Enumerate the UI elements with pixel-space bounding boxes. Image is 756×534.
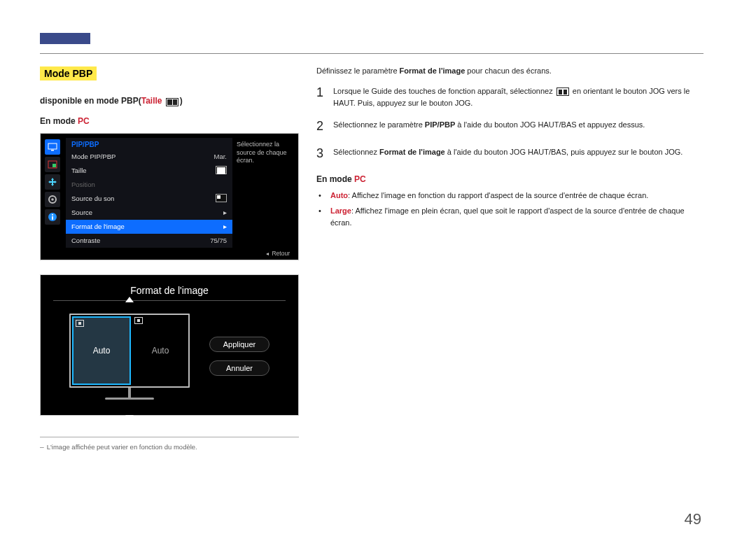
step3-c: à l'aide du bouton JOG HAUT/BAS, puis ap… — [445, 148, 683, 156]
footnote-text: L'image affichée peut varier en fonction… — [47, 443, 197, 451]
osd-row-label: Format de l'image — [71, 223, 223, 230]
bullet-auto-text: : Affichez l'image en fonction du rappor… — [348, 191, 648, 199]
header-divider — [40, 53, 704, 54]
arrow-up-icon[interactable] — [125, 297, 134, 302]
sound-source-icon — [216, 194, 227, 204]
osd-nav-rail — [45, 138, 63, 248]
bullet-dot-icon: • — [316, 190, 323, 202]
screen-left-half[interactable]: Auto — [72, 316, 131, 385]
osd-image-format-dialog: Format de l'image Auto Auto — [40, 274, 299, 416]
osd-row-taille[interactable]: Taille — [66, 164, 232, 178]
arrow-down-icon[interactable] — [125, 415, 134, 421]
osd-row-contrast[interactable]: Contraste 75/75 — [66, 234, 232, 248]
mode-prefix: En mode — [40, 116, 78, 126]
bullet-large-label: Large — [330, 206, 351, 215]
svg-rect-1 — [51, 150, 54, 151]
mode-pc: PC — [78, 116, 90, 126]
step2-a: Sélectionnez le paramètre — [333, 120, 425, 129]
section-title: Mode PBP — [40, 66, 97, 80]
osd-pip-pbp-menu: PIP/PBP Mode PIP/PBP Mar. Taille Positio… — [40, 133, 299, 260]
osd2-title: Format de l'image — [41, 275, 298, 300]
monitor-screen: Auto Auto — [69, 314, 190, 388]
screen-right-half[interactable]: Auto — [132, 315, 188, 386]
monitor-preview: Auto Auto — [69, 314, 190, 400]
step-3: 3 Sélectionnez Format de l'image à l'aid… — [316, 144, 705, 163]
back-label: Retour — [272, 250, 290, 257]
svg-rect-7 — [52, 216, 53, 220]
apply-button[interactable]: Appliquer — [209, 337, 270, 352]
osd-row-value: 75/75 — [210, 237, 227, 244]
footnote: ―L'image affichée peut varier en fonctio… — [40, 437, 299, 451]
subsection-availability: disponible en mode PBP(Taille ) — [40, 96, 299, 106]
pbp-size-icon — [164, 97, 180, 106]
osd-footer: ◂Retour — [45, 248, 294, 257]
nav-settings-icon[interactable] — [45, 192, 60, 207]
chevron-right-icon: ▸ — [223, 209, 227, 216]
mode-pc: PC — [354, 174, 366, 184]
nav-pip-icon[interactable] — [45, 157, 60, 172]
svg-rect-3 — [52, 164, 56, 167]
step1-a: Lorsque le Guide des touches de fonction… — [333, 87, 555, 95]
intro-paragraph: Définissez le paramètre Format de l'imag… — [316, 66, 705, 75]
footnote-dash-icon: ― — [40, 443, 44, 451]
osd-row-label: Contraste — [71, 237, 210, 244]
nav-position-icon[interactable] — [45, 174, 60, 190]
half-indicator-icon — [76, 320, 84, 327]
subtitle-prefix: disponible en mode PBP( — [40, 96, 141, 106]
step-number: 1 — [316, 83, 326, 108]
svg-point-5 — [51, 198, 54, 201]
osd-menu-list: PIP/PBP Mode PIP/PBP Mar. Taille Positio… — [66, 138, 232, 248]
right-column: Définissez le paramètre Format de l'imag… — [316, 66, 705, 232]
step-number: 3 — [316, 144, 326, 163]
step2-c: à l'aide du bouton JOG HAUT/BAS et appuy… — [455, 120, 645, 129]
monitor-base-icon — [105, 398, 154, 400]
svg-rect-8 — [52, 214, 53, 216]
screen-left-label: Auto — [93, 346, 111, 356]
header-accent-bar — [40, 33, 90, 44]
mode-prefix: En mode — [316, 174, 354, 184]
osd-row-label: Taille — [71, 167, 216, 174]
back-arrow-icon: ◂ — [266, 251, 269, 257]
step-2: 2 Sélectionnez le paramètre PIP/PBP à l'… — [316, 117, 705, 136]
osd-row-mode[interactable]: Mode PIP/PBP Mar. — [66, 150, 232, 164]
osd-row-label: Source — [71, 209, 223, 216]
nav-info-icon[interactable] — [45, 209, 60, 225]
dialog-buttons: Appliquer Annuler — [209, 337, 270, 376]
svg-rect-0 — [48, 143, 57, 149]
step-body: Sélectionnez le paramètre PIP/PBP à l'ai… — [333, 117, 705, 136]
step3-a: Sélectionnez — [333, 148, 379, 156]
left-column: Mode PBP disponible en mode PBP(Taille )… — [40, 66, 299, 451]
bullet-dot-icon: • — [316, 205, 323, 230]
nav-picture-icon[interactable] — [45, 139, 60, 155]
half-indicator-icon — [134, 317, 143, 324]
step-1: 1 Lorsque le Guide des touches de foncti… — [316, 83, 705, 108]
osd-row-source[interactable]: Source ▸ — [66, 206, 232, 220]
step-number: 2 — [316, 117, 326, 136]
menu-grid-icon — [556, 87, 569, 96]
chevron-right-icon: ▸ — [223, 223, 227, 230]
osd-row-image-format[interactable]: Format de l'image ▸ — [66, 220, 232, 234]
osd-row-sound-source[interactable]: Source du son — [66, 192, 232, 206]
pbp-layout-icon — [216, 166, 227, 176]
step2-b: PIP/PBP — [425, 120, 455, 129]
osd-row-label: Mode PIP/PBP — [71, 153, 214, 160]
bullet-auto: • Auto: Affichez l'image en fonction du … — [316, 190, 705, 202]
bullet-large-text: : Affichez l'image en plein écran, quel … — [330, 206, 685, 227]
osd-row-label: Source du son — [71, 195, 216, 202]
mode-heading-right: En mode PC — [316, 174, 705, 184]
osd-help-text: Sélectionnez la source de chaque écran. — [232, 138, 294, 248]
step-body: Sélectionnez Format de l'image à l'aide … — [333, 144, 705, 163]
osd-row-label: Position — [71, 181, 227, 188]
subtitle-taille: Taille — [141, 96, 162, 106]
subtitle-suffix: ) — [180, 96, 183, 106]
intro-a: Définissez le paramètre — [316, 66, 400, 75]
intro-c: pour chacun des écrans. — [465, 66, 552, 75]
mode-heading-left: En mode PC — [40, 116, 299, 126]
step3-b: Format de l'image — [379, 148, 445, 156]
intro-b: Format de l'image — [400, 66, 465, 75]
bullet-auto-label: Auto — [330, 191, 348, 199]
osd-menu-title: PIP/PBP — [66, 138, 232, 150]
page-number: 49 — [685, 510, 701, 528]
screen-right-label: Auto — [152, 346, 169, 356]
cancel-button[interactable]: Annuler — [209, 360, 270, 376]
